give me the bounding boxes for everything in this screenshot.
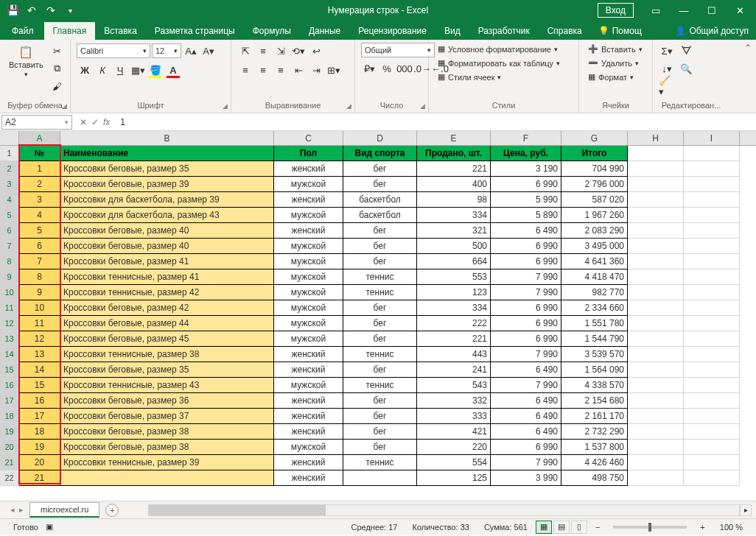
data-cell[interactable]: женский: [274, 409, 343, 424]
data-cell[interactable]: 19: [19, 440, 60, 455]
comma-icon[interactable]: 000: [396, 60, 413, 77]
empty-cell[interactable]: [628, 362, 684, 378]
find-select-icon[interactable]: 🔍: [678, 60, 694, 77]
data-cell[interactable]: Кроссовки беговые, размер 38: [60, 424, 274, 440]
data-cell[interactable]: теннис: [343, 347, 417, 362]
currency-icon[interactable]: ₽▾: [361, 60, 377, 77]
data-cell[interactable]: 7 990: [491, 285, 561, 300]
data-cell[interactable]: бег: [343, 254, 417, 269]
data-cell[interactable]: 2 161 170: [561, 409, 628, 424]
align-right-icon[interactable]: ≡: [273, 62, 289, 78]
data-cell[interactable]: 400: [417, 177, 491, 192]
row-header[interactable]: 19: [0, 424, 19, 440]
row-header[interactable]: 20: [0, 440, 19, 455]
data-cell[interactable]: Кроссовки беговые, размер 40: [60, 223, 274, 239]
row-header[interactable]: 5: [0, 208, 19, 223]
align-bottom-icon[interactable]: ⇲: [273, 43, 289, 59]
sort-filter-icon[interactable]: ᗊ: [678, 43, 694, 59]
row-header[interactable]: 11: [0, 300, 19, 316]
data-cell[interactable]: бег: [343, 177, 417, 192]
data-cell[interactable]: 220: [417, 440, 491, 455]
row-header[interactable]: 4: [0, 192, 19, 208]
format-painter-icon[interactable]: 🖌: [49, 78, 66, 94]
data-cell[interactable]: женский: [274, 424, 343, 440]
data-cell[interactable]: 18: [19, 424, 60, 440]
col-header-g[interactable]: G: [561, 131, 628, 145]
undo-icon[interactable]: ↶: [24, 2, 40, 18]
empty-cell[interactable]: [684, 347, 740, 362]
row-header[interactable]: 18: [0, 409, 19, 424]
empty-cell[interactable]: [628, 347, 684, 362]
row-header[interactable]: 10: [0, 285, 19, 300]
data-cell[interactable]: Кроссовки беговые, размер 42: [60, 300, 274, 316]
empty-cell[interactable]: [628, 470, 684, 486]
data-cell[interactable]: 2: [19, 177, 60, 192]
empty-cell[interactable]: [628, 300, 684, 316]
data-cell[interactable]: 334: [417, 300, 491, 316]
empty-cell[interactable]: [684, 362, 740, 378]
data-cell[interactable]: теннис: [343, 378, 417, 393]
empty-cell[interactable]: [684, 331, 740, 347]
data-cell[interactable]: Кроссовки беговые, размер 40: [60, 239, 274, 254]
borders-icon[interactable]: ▦▾: [130, 62, 146, 78]
clear-icon[interactable]: 🧹▾: [659, 78, 675, 94]
data-cell[interactable]: 17: [19, 409, 60, 424]
data-cell[interactable]: 6 990: [491, 440, 561, 455]
data-cell[interactable]: 6: [19, 239, 60, 254]
save-icon[interactable]: 💾: [4, 2, 21, 18]
data-cell[interactable]: 7: [19, 254, 60, 269]
horizontal-scrollbar[interactable]: ▸: [148, 504, 752, 516]
data-cell[interactable]: мужской: [274, 254, 343, 269]
data-cell[interactable]: баскетбол: [343, 208, 417, 223]
data-cell[interactable]: 7 990: [491, 455, 561, 470]
data-cell[interactable]: мужской: [274, 208, 343, 223]
data-cell[interactable]: 98: [417, 192, 491, 208]
data-cell[interactable]: мужской: [274, 239, 343, 254]
data-cell[interactable]: 4 641 360: [561, 254, 628, 269]
orientation-icon[interactable]: ⟲▾: [290, 43, 307, 59]
empty-cell[interactable]: [628, 269, 684, 285]
data-cell[interactable]: 6 990: [491, 300, 561, 316]
tab-home[interactable]: Главная: [44, 22, 96, 40]
percent-icon[interactable]: %: [379, 60, 395, 77]
empty-cell[interactable]: [684, 455, 740, 470]
data-cell[interactable]: 334: [417, 208, 491, 223]
data-cell[interactable]: 6 990: [491, 239, 561, 254]
header-cell[interactable]: Цена, руб.: [491, 146, 561, 161]
header-cell[interactable]: Наименование: [60, 146, 274, 161]
header-cell[interactable]: Продано, шт.: [417, 146, 491, 161]
data-cell[interactable]: Кроссовки теннисные, размер 39: [60, 455, 274, 470]
fill-icon[interactable]: ↓▾: [659, 60, 675, 77]
tell-me[interactable]: 💡Помощ: [591, 22, 649, 40]
empty-cell[interactable]: [684, 316, 740, 331]
data-cell[interactable]: 4 418 470: [561, 269, 628, 285]
data-cell[interactable]: 5 890: [491, 208, 561, 223]
data-cell[interactable]: 704 990: [561, 161, 628, 177]
data-cell[interactable]: бег: [343, 409, 417, 424]
format-as-table-button[interactable]: ▦Форматировать как таблицу▾: [435, 57, 563, 69]
tab-view[interactable]: Вид: [435, 22, 469, 40]
data-cell[interactable]: мужской: [274, 378, 343, 393]
sign-in-button[interactable]: Вход: [598, 3, 634, 18]
font-color-icon[interactable]: А: [165, 62, 181, 78]
data-cell[interactable]: Кроссовки теннисные, размер 41: [60, 269, 274, 285]
bold-button[interactable]: Ж: [77, 62, 93, 78]
data-cell[interactable]: 10: [19, 300, 60, 316]
col-header-a[interactable]: A: [19, 131, 60, 145]
data-cell[interactable]: бег: [343, 239, 417, 254]
underline-button[interactable]: Ч: [112, 62, 128, 78]
dialog-launcher-icon[interactable]: ◢: [346, 102, 351, 110]
empty-cell[interactable]: [684, 239, 740, 254]
enter-icon[interactable]: ✓: [91, 117, 99, 127]
data-cell[interactable]: Кроссовки теннисные, размер 42: [60, 285, 274, 300]
italic-button[interactable]: К: [94, 62, 111, 78]
row-header[interactable]: 1: [0, 146, 19, 161]
increase-font-icon[interactable]: A▴: [183, 43, 199, 59]
data-cell[interactable]: женский: [274, 223, 343, 239]
data-cell[interactable]: Кроссовки беговые, размер 41: [60, 254, 274, 269]
data-cell[interactable]: 14: [19, 362, 60, 378]
row-header[interactable]: 13: [0, 331, 19, 347]
data-cell[interactable]: Кроссовки беговые, размер 35: [60, 161, 274, 177]
data-cell[interactable]: мужской: [274, 331, 343, 347]
data-cell[interactable]: 6 990: [491, 177, 561, 192]
